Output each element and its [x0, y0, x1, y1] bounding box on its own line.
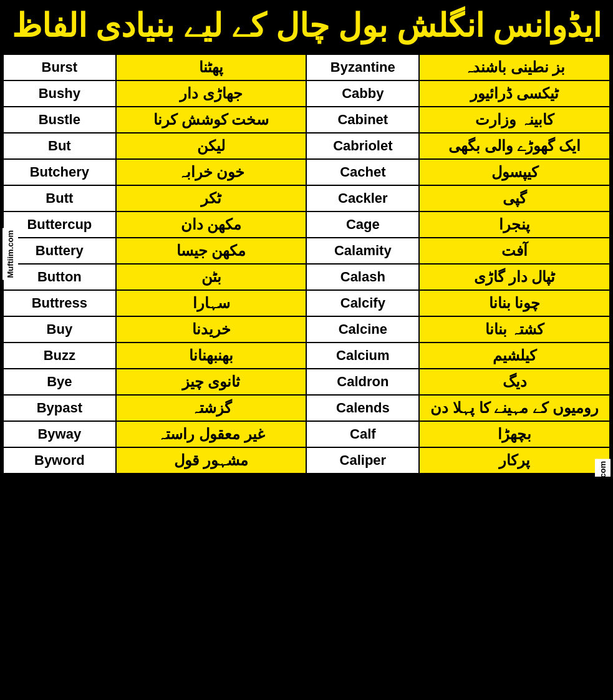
english-word-right: Calash	[306, 264, 419, 290]
english-word-right: Cabriolet	[306, 133, 419, 159]
urdu-word-right: بچھڑا	[419, 421, 610, 447]
urdu-word-left: مکھن دان	[116, 211, 307, 238]
urdu-word-right: دیگ	[419, 369, 610, 395]
table-row: BurstپھٹناByzantineبز نطینی باشندہ	[3, 54, 610, 80]
english-word-left: But	[3, 133, 116, 159]
urdu-word-left: ثانوی چیز	[116, 369, 307, 395]
table-wrapper: Muftiim.com Muftiim.com BurstپھٹناByzant…	[0, 54, 613, 477]
urdu-word-left: بٹن	[116, 264, 307, 290]
watermark-left: Muftiim.com	[2, 228, 18, 280]
urdu-word-left: گزشتہ	[116, 395, 307, 421]
urdu-word-right: گپی	[419, 185, 610, 211]
table-row: ButtressسہاراCalcifyچونا بنانا	[3, 290, 610, 316]
vocabulary-table: BurstپھٹناByzantineبز نطینی باشندہBushyج…	[2, 54, 611, 474]
table-row: Butteryمکھن جیساCalamityآفت	[3, 238, 610, 264]
table-row: Byeثانوی چیزCaldronدیگ	[3, 369, 610, 395]
urdu-word-right: کیلشیم	[419, 343, 610, 369]
english-word-right: Calcium	[306, 343, 419, 369]
urdu-word-right: کشتہ بنانا	[419, 316, 610, 343]
table-row: ButtonبٹنCalashٹپال دار گاڑی	[3, 264, 610, 290]
table-row: Bushyجھاڑی دارCabbyٹیکسی ڈرائیور	[3, 80, 610, 107]
english-word-left: Buy	[3, 316, 116, 343]
urdu-word-right: چونا بنانا	[419, 290, 610, 316]
table-row: Buttercupمکھن دانCageپنجرا	[3, 211, 610, 238]
table-row: ButلیکنCabrioletایک گھوڑے والی بگھی	[3, 133, 610, 159]
urdu-word-left: لیکن	[116, 133, 307, 159]
table-row: ButtٹکرCacklerگپی	[3, 185, 610, 211]
english-word-left: Byway	[3, 421, 116, 447]
english-word-left: Buttress	[3, 290, 116, 316]
english-word-left: Butchery	[3, 159, 116, 185]
urdu-word-right: کیپسول	[419, 159, 610, 185]
english-word-right: Calamity	[306, 238, 419, 264]
table-row: Butcheryخون خرابہCachetکیپسول	[3, 159, 610, 185]
urdu-word-right: پنجرا	[419, 211, 610, 238]
table-row: BypastگزشتہCalendsرومیوں کے مہینے کا پہل…	[3, 395, 610, 421]
english-word-right: Cachet	[306, 159, 419, 185]
urdu-word-left: خریدنا	[116, 316, 307, 343]
table-row: BuzzبھنبھناناCalciumکیلشیم	[3, 343, 610, 369]
english-word-right: Cabby	[306, 80, 419, 107]
english-word-right: Calcify	[306, 290, 419, 316]
urdu-word-right: پرکار	[419, 447, 610, 474]
english-word-left: Button	[3, 264, 116, 290]
urdu-word-left: سخت کوشش کرنا	[116, 107, 307, 133]
english-word-right: Cage	[306, 211, 419, 238]
urdu-word-left: جھاڑی دار	[116, 80, 307, 107]
urdu-word-left: غیر معقول راستہ	[116, 421, 307, 447]
urdu-word-left: خون خرابہ	[116, 159, 307, 185]
english-word-left: Byword	[3, 447, 116, 474]
table-row: Bywordمشہور قولCaliperپرکار	[3, 447, 610, 474]
english-word-right: Calf	[306, 421, 419, 447]
english-word-left: Burst	[3, 54, 116, 80]
urdu-word-right: ایک گھوڑے والی بگھی	[419, 133, 610, 159]
header: ایڈوانس انگلش بول چال کے لیے بنیادی الفا…	[0, 0, 613, 54]
urdu-word-right: کابینہ وزارت	[419, 107, 610, 133]
english-word-left: Butt	[3, 185, 116, 211]
urdu-word-left: مشہور قول	[116, 447, 307, 474]
english-word-left: Buzz	[3, 343, 116, 369]
table-row: Bustleسخت کوشش کرناCabinetکابینہ وزارت	[3, 107, 610, 133]
english-word-left: Buttercup	[3, 211, 116, 238]
urdu-word-right: بز نطینی باشندہ	[419, 54, 610, 80]
english-word-right: Cabinet	[306, 107, 419, 133]
urdu-word-left: سہارا	[116, 290, 307, 316]
urdu-word-right: ٹپال دار گاڑی	[419, 264, 610, 290]
english-word-right: Caldron	[306, 369, 419, 395]
table-row: Bywayغیر معقول راستہCalfبچھڑا	[3, 421, 610, 447]
english-word-right: Calcine	[306, 316, 419, 343]
table-row: BuyخریدناCalcineکشتہ بنانا	[3, 316, 610, 343]
english-word-left: Buttery	[3, 238, 116, 264]
urdu-word-right: رومیوں کے مہینے کا پہلا دن	[419, 395, 610, 421]
english-word-left: Bypast	[3, 395, 116, 421]
english-word-left: Bye	[3, 369, 116, 395]
urdu-word-left: پھٹنا	[116, 54, 307, 80]
english-word-right: Caliper	[306, 447, 419, 474]
english-word-right: Cackler	[306, 185, 419, 211]
urdu-word-left: مکھن جیسا	[116, 238, 307, 264]
header-title: ایڈوانس انگلش بول چال کے لیے بنیادی الفا…	[5, 6, 608, 45]
watermark-right: Muftiim.com	[595, 459, 611, 477]
english-word-left: Bushy	[3, 80, 116, 107]
urdu-word-left: بھنبھنانا	[116, 343, 307, 369]
english-word-left: Bustle	[3, 107, 116, 133]
english-word-right: Byzantine	[306, 54, 419, 80]
urdu-word-right: آفت	[419, 238, 610, 264]
english-word-right: Calends	[306, 395, 419, 421]
urdu-word-left: ٹکر	[116, 185, 307, 211]
urdu-word-right: ٹیکسی ڈرائیور	[419, 80, 610, 107]
